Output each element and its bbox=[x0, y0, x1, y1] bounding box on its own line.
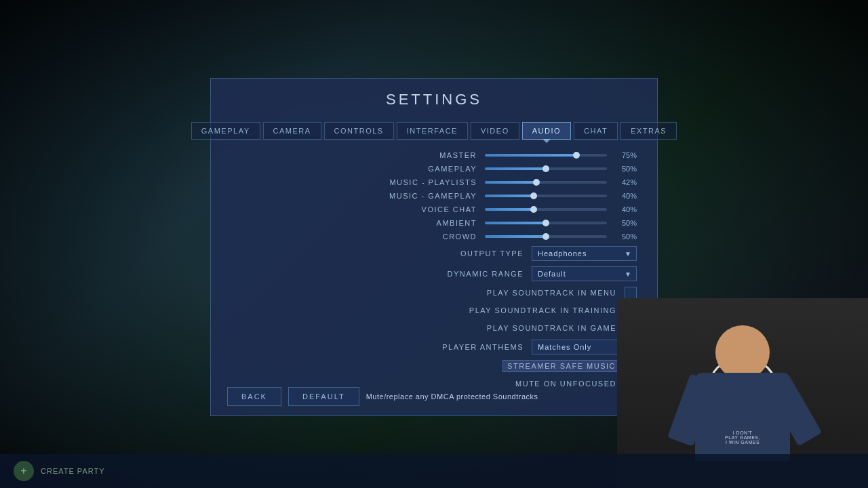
slider-row-voice-chat: VOICE CHAT 40% bbox=[231, 205, 637, 214]
dynamic-range-select[interactable]: Default Low Medium High bbox=[532, 266, 637, 281]
person-head bbox=[715, 325, 770, 380]
checkbox-label-play-menu: PLAY SOUNDTRACK IN MENU bbox=[487, 289, 616, 297]
checkbox-row-play-menu: PLAY SOUNDTRACK IN MENU bbox=[231, 287, 637, 299]
slider-label-music-playlists: MUSIC - PLAYLISTS bbox=[368, 178, 477, 186]
slider-label-crowd: CROWD bbox=[368, 232, 477, 241]
default-button[interactable]: DEFAULT bbox=[288, 387, 359, 406]
dropdown-dynamic-range[interactable]: Default Low Medium High ▼ bbox=[532, 266, 637, 281]
checkbox-row-play-game: PLAY SOUNDTRACK IN GAME bbox=[231, 322, 637, 334]
tab-extras[interactable]: EXTRAS bbox=[620, 122, 677, 140]
slider-thumb-music-gameplay[interactable] bbox=[530, 192, 537, 199]
tab-video[interactable]: VIDEO bbox=[471, 122, 519, 140]
checkbox-label-play-training: PLAY SOUNDTRACK IN TRAINING bbox=[469, 306, 616, 314]
slider-label-gameplay: GAMEPLAY bbox=[368, 165, 477, 173]
slider-fill-gameplay bbox=[485, 167, 546, 170]
slider-value-voice-chat: 40% bbox=[615, 205, 637, 214]
slider-thumb-music-playlists[interactable] bbox=[533, 179, 540, 186]
slider-row-music-playlists: MUSIC - PLAYLISTS 42% bbox=[231, 178, 637, 186]
slider-gameplay[interactable] bbox=[485, 167, 607, 170]
slider-track-gameplay[interactable] bbox=[485, 167, 607, 170]
slider-master[interactable] bbox=[485, 154, 607, 157]
tabs-container: GAMEPLAY CAMERA CONTROLS INTERFACE VIDEO… bbox=[211, 117, 657, 140]
page-title: SETTINGS bbox=[211, 79, 657, 117]
slider-value-crowd: 50% bbox=[615, 232, 637, 241]
checkbox-label-play-game: PLAY SOUNDTRACK IN GAME bbox=[487, 324, 616, 332]
slider-voice-chat[interactable] bbox=[485, 208, 607, 211]
slider-ambient[interactable] bbox=[485, 222, 607, 224]
back-button[interactable]: BACK bbox=[227, 387, 281, 406]
slider-music-playlists[interactable] bbox=[485, 181, 607, 184]
slider-label-ambient: AMBIENT bbox=[368, 219, 477, 227]
slider-track-voice-chat[interactable] bbox=[485, 208, 607, 211]
slider-label-voice-chat: VOICE CHAT bbox=[368, 205, 477, 214]
slider-label-music-gameplay: MUSIC - GAMEPLAY bbox=[368, 192, 477, 200]
bottom-game-bar: + CREATE PARTY bbox=[0, 454, 868, 488]
tab-gameplay[interactable]: GAMEPLAY bbox=[191, 122, 260, 140]
slider-track-music-gameplay[interactable] bbox=[485, 195, 607, 197]
tab-camera[interactable]: CAMERA bbox=[263, 122, 321, 140]
slider-thumb-crowd[interactable] bbox=[542, 233, 549, 240]
slider-thumb-gameplay[interactable] bbox=[542, 165, 549, 172]
slider-row-master: MASTER 75% bbox=[231, 151, 637, 159]
slider-thumb-master[interactable] bbox=[573, 152, 580, 159]
slider-fill-voice-chat bbox=[485, 208, 534, 211]
checkbox-row-streamer-safe: STREAMER SAFE MUSIC ✓ bbox=[231, 360, 637, 372]
slider-value-music-playlists: 42% bbox=[615, 178, 637, 186]
slider-fill-ambient bbox=[485, 222, 546, 224]
dropdown-output-type[interactable]: Headphones Speakers Surround ▼ bbox=[532, 246, 637, 261]
tab-controls[interactable]: CONTROLS bbox=[324, 122, 394, 140]
dropdown-row-dynamic-range: DYNAMIC RANGE Default Low Medium High ▼ bbox=[231, 266, 637, 281]
tab-interface[interactable]: INTERFACE bbox=[397, 122, 468, 140]
slider-row-music-gameplay: MUSIC - GAMEPLAY 40% bbox=[231, 192, 637, 200]
tab-audio[interactable]: AUDIO bbox=[522, 122, 571, 140]
bottom-bar: BACK DEFAULT Mute/replace any DMCA prote… bbox=[211, 378, 657, 415]
shirt-text: I DON'TPLAY GAMES,I WIN GAMES bbox=[709, 430, 776, 445]
tooltip-text: Mute/replace any DMCA protected Soundtra… bbox=[366, 392, 538, 401]
slider-value-ambient: 50% bbox=[615, 219, 637, 227]
slider-fill-master bbox=[485, 154, 576, 157]
dropdown-row-player-anthems: PLAYER ANTHEMS Matches Only Always Never… bbox=[231, 340, 637, 354]
slider-track-music-playlists[interactable] bbox=[485, 181, 607, 184]
checkbox-label-streamer-safe: STREAMER SAFE MUSIC bbox=[502, 360, 620, 372]
person-body: I DON'TPLAY GAMES,I WIN GAMES bbox=[695, 373, 790, 461]
slider-value-music-gameplay: 40% bbox=[615, 192, 637, 200]
slider-crowd[interactable] bbox=[485, 235, 607, 238]
create-party-label[interactable]: CREATE PARTY bbox=[41, 467, 105, 475]
dropdown-label-dynamic-range: DYNAMIC RANGE bbox=[415, 270, 524, 278]
slider-thumb-ambient[interactable] bbox=[542, 220, 549, 226]
slider-label-master: MASTER bbox=[368, 151, 477, 159]
checkbox-row-play-training: PLAY SOUNDTRACK IN TRAINING bbox=[231, 304, 637, 317]
slider-row-ambient: AMBIENT 50% bbox=[231, 219, 637, 227]
dropdown-label-player-anthems: PLAYER ANTHEMS bbox=[415, 343, 524, 351]
slider-row-gameplay: GAMEPLAY 50% bbox=[231, 165, 637, 173]
slider-fill-crowd bbox=[485, 235, 546, 238]
tab-chat[interactable]: CHAT bbox=[574, 122, 618, 140]
slider-value-gameplay: 50% bbox=[615, 165, 637, 173]
slider-fill-music-gameplay bbox=[485, 195, 534, 197]
slider-track-ambient[interactable] bbox=[485, 222, 607, 224]
slider-track-master[interactable] bbox=[485, 154, 607, 157]
dropdown-row-output-type: OUTPUT TYPE Headphones Speakers Surround… bbox=[231, 246, 637, 261]
slider-fill-music-playlists bbox=[485, 181, 536, 184]
dropdown-label-output-type: OUTPUT TYPE bbox=[415, 249, 524, 258]
checkbox-play-menu[interactable] bbox=[625, 287, 637, 299]
settings-panel: SETTINGS GAMEPLAY CAMERA CONTROLS INTERF… bbox=[210, 78, 658, 416]
settings-content: MASTER 75% GAMEPLAY 50% MUSIC - PLAYLIST… bbox=[211, 140, 657, 402]
slider-row-crowd: CROWD 50% bbox=[231, 232, 637, 241]
output-type-select[interactable]: Headphones Speakers Surround bbox=[532, 246, 637, 261]
create-party-icon: + bbox=[14, 461, 34, 481]
slider-value-master: 75% bbox=[615, 151, 637, 159]
party-plus-icon: + bbox=[20, 465, 26, 477]
slider-thumb-voice-chat[interactable] bbox=[530, 206, 537, 213]
slider-track-crowd[interactable] bbox=[485, 235, 607, 238]
slider-music-gameplay[interactable] bbox=[485, 195, 607, 197]
